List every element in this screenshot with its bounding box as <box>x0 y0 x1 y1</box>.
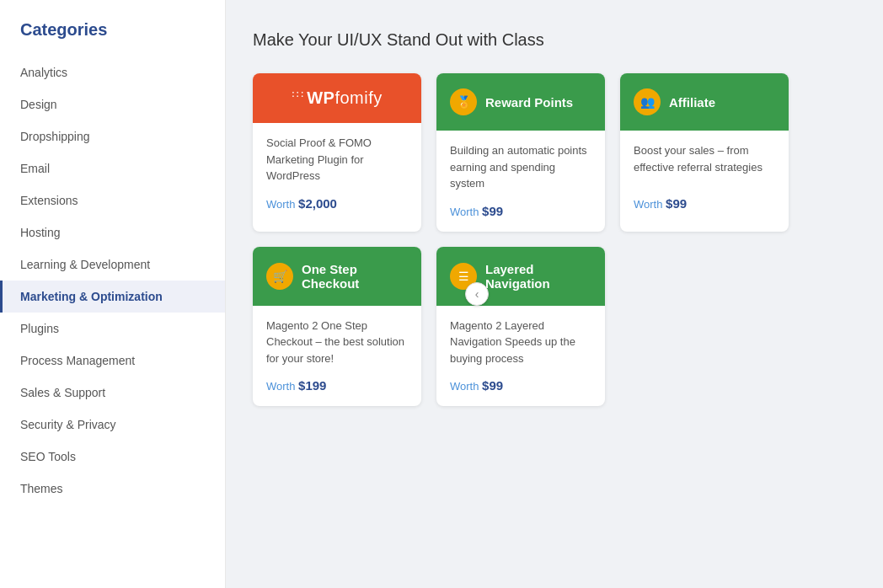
sidebar-item-dropshipping[interactable]: Dropshipping <box>0 120 225 152</box>
card-header-title-one-step-checkout: One Step Checkout <box>302 262 408 291</box>
main-content: Make Your UI/UX Stand Out with Class ‹ :… <box>226 0 883 588</box>
card-body-reward-points: Building an automatic points earning and… <box>436 131 605 232</box>
sidebar-item-analytics[interactable]: Analytics <box>0 56 225 88</box>
card-header-affiliate: 👥 Affiliate <box>620 73 789 131</box>
card-wpfomify[interactable]: :::WPfomify Social Proof & FOMO Marketin… <box>253 73 421 232</box>
sidebar-item-email[interactable]: Email <box>0 152 225 184</box>
card-icon-affiliate: 👥 <box>634 88 661 115</box>
card-description-reward-points: Building an automatic points earning and… <box>450 142 591 192</box>
card-header-layered-navigation: ☰ Layered Navigation <box>436 247 605 306</box>
card-layered-navigation[interactable]: ☰ Layered Navigation Magento 2 Layered N… <box>436 247 605 407</box>
card-worth-affiliate: Worth $99 <box>634 196 775 211</box>
card-header-one-step-checkout: 🛒 One Step Checkout <box>253 247 421 306</box>
card-worth-reward-points: Worth $99 <box>450 204 591 218</box>
card-worth-one-step-checkout: Worth $199 <box>266 378 408 393</box>
card-icon-reward-points: 🏅 <box>450 88 477 115</box>
card-affiliate[interactable]: 👥 Affiliate Boost your sales – from effe… <box>620 73 789 232</box>
sidebar-item-sales-support[interactable]: Sales & Support <box>0 377 225 409</box>
card-description-affiliate: Boost your sales – from effective referr… <box>634 142 775 184</box>
sidebar-item-plugins[interactable]: Plugins <box>0 313 225 345</box>
card-one-step-checkout[interactable]: 🛒 One Step Checkout Magento 2 One Step C… <box>253 247 421 407</box>
card-icon-one-step-checkout: 🛒 <box>266 263 293 290</box>
card-description-one-step-checkout: Magento 2 One Step Checkout – the best s… <box>266 318 408 367</box>
sidebar-title: Categories <box>0 20 225 56</box>
card-body-wpfomify: Social Proof & FOMO Marketing Plugin for… <box>253 123 421 224</box>
card-worth-wpfomify: Worth $2,000 <box>266 196 408 211</box>
sidebar-item-security-privacy[interactable]: Security & Privacy <box>0 409 225 441</box>
sidebar-item-themes[interactable]: Themes <box>0 473 225 505</box>
sidebar-item-extensions[interactable]: Extensions <box>0 184 225 216</box>
card-header-reward-points: 🏅 Reward Points <box>436 73 605 131</box>
prev-arrow[interactable]: ‹ <box>465 282 489 306</box>
card-header-title-affiliate: Affiliate <box>669 95 715 110</box>
card-header-wpfomify: :::WPfomify <box>253 73 421 123</box>
card-header-title-layered-navigation: Layered Navigation <box>485 262 591 291</box>
page-title: Make Your UI/UX Stand Out with Class <box>253 30 856 50</box>
card-description-layered-navigation: Magento 2 Layered Navigation Speeds up t… <box>450 318 591 367</box>
wpfomify-logo: :::WPfomify <box>292 88 383 108</box>
card-description-wpfomify: Social Proof & FOMO Marketing Plugin for… <box>266 135 408 184</box>
card-body-one-step-checkout: Magento 2 One Step Checkout – the best s… <box>253 306 421 407</box>
card-body-layered-navigation: Magento 2 Layered Navigation Speeds up t… <box>436 306 605 407</box>
sidebar-item-process-management[interactable]: Process Management <box>0 345 225 377</box>
card-worth-layered-navigation: Worth $99 <box>450 378 591 393</box>
card-reward-points[interactable]: 🏅 Reward Points Building an automatic po… <box>436 73 605 232</box>
sidebar-item-hosting[interactable]: Hosting <box>0 216 225 249</box>
sidebar: Categories AnalyticsDesignDropshippingEm… <box>0 0 226 588</box>
sidebar-item-learning-development[interactable]: Learning & Development <box>0 249 225 281</box>
card-header-title-reward-points: Reward Points <box>485 95 573 110</box>
cards-grid: :::WPfomify Social Proof & FOMO Marketin… <box>253 73 826 406</box>
card-body-affiliate: Boost your sales – from effective referr… <box>620 131 789 224</box>
sidebar-item-seo-tools[interactable]: SEO Tools <box>0 441 225 473</box>
sidebar-item-marketing-optimization[interactable]: Marketing & Optimization <box>0 281 225 313</box>
sidebar-item-design[interactable]: Design <box>0 88 225 120</box>
